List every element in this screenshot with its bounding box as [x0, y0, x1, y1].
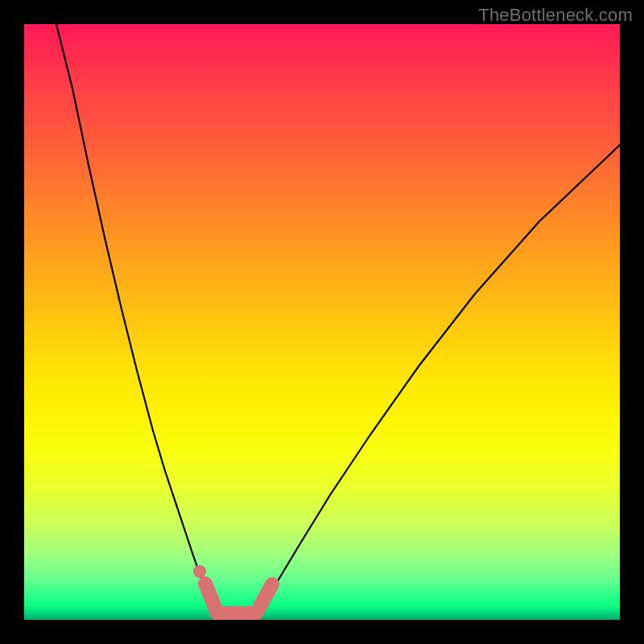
marker-dot-icon: [193, 565, 206, 578]
marker-right-segment: [256, 584, 272, 613]
optimal-zone-markers: [193, 565, 272, 613]
chart-stage: TheBottleneck.com: [0, 0, 644, 644]
curve-right-branch: [258, 145, 620, 612]
plot-area: [24, 24, 620, 620]
bottleneck-curve: [24, 24, 620, 620]
curve-left-branch: [56, 24, 213, 612]
watermark-label: TheBottleneck.com: [478, 5, 633, 26]
